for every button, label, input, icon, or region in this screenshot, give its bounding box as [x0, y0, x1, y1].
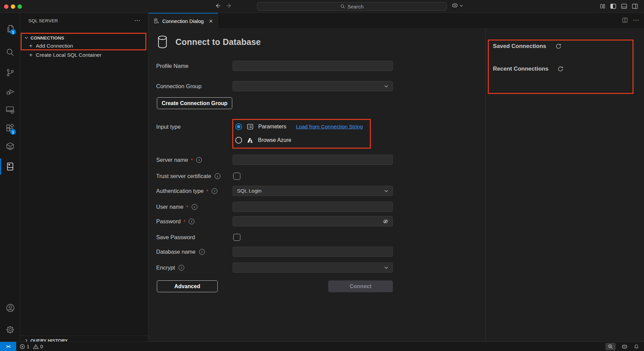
database-name-input[interactable] [233, 247, 393, 257]
tab-close-icon[interactable]: ✕ [209, 18, 213, 24]
search-icon [340, 4, 345, 9]
authentication-type-label: Authentication type* i [156, 186, 231, 196]
server-name-label: Server name* i [156, 155, 231, 165]
remote-explorer-icon[interactable] [0, 101, 20, 118]
forward-arrow-icon[interactable] [226, 2, 233, 9]
info-icon[interactable]: i [199, 249, 205, 255]
connections-side-panel: Saved Connections Recent Connections [485, 29, 644, 342]
connection-dialog-webview: Connect to Database Profile Name Connect… [148, 29, 644, 342]
database-name-label: Database name i [156, 247, 231, 257]
search-placeholder: Search [348, 4, 364, 9]
remote-icon: >< [6, 344, 10, 349]
sql-server-view-icon[interactable] [0, 158, 20, 175]
chevron-down-icon [384, 84, 388, 89]
split-editor-icon[interactable] [622, 17, 628, 23]
connection-group-label: Connection Group [156, 81, 231, 91]
info-icon[interactable]: i [189, 219, 194, 224]
radio-selected[interactable] [235, 123, 242, 130]
create-connection-group-button[interactable]: Create Connection Group [157, 97, 232, 109]
toggle-panel-icon[interactable] [621, 3, 627, 9]
saved-connections-header: Saved Connections [493, 43, 562, 50]
source-control-icon[interactable] [0, 64, 20, 81]
copilot-status-icon[interactable] [621, 344, 628, 349]
input-type-browse-azure-option[interactable]: Browse Azure [235, 135, 291, 145]
parameters-form-icon [246, 123, 254, 130]
connect-button[interactable]: Connect [328, 280, 393, 292]
toggle-primary-sidebar-icon[interactable] [610, 3, 616, 9]
advanced-button[interactable]: Advanced [157, 280, 218, 292]
info-icon[interactable]: i [192, 204, 197, 210]
maximize-window-button[interactable] [18, 4, 22, 9]
notifications-bell-icon[interactable] [634, 344, 639, 350]
extensions-badge: 1 [10, 129, 16, 135]
create-local-sql-container-item[interactable]: + Create Local SQL Container [20, 51, 148, 59]
chevron-down-icon [24, 36, 28, 40]
info-icon[interactable]: i [215, 173, 220, 179]
encrypt-select[interactable] [233, 262, 393, 273]
dialog-title: Connect to Database [175, 37, 261, 47]
save-password-checkbox[interactable] [233, 234, 240, 241]
password-input[interactable] [233, 216, 393, 226]
warning-icon [33, 344, 39, 349]
search-input[interactable]: Search [257, 2, 447, 11]
editor-tab-bar: Connection Dialog ✕ ··· [148, 13, 644, 29]
plus-icon: + [29, 52, 32, 58]
refresh-icon[interactable] [555, 43, 562, 50]
title-bar: Search [0, 0, 644, 13]
extensions-icon[interactable]: 1 [0, 120, 20, 136]
info-icon[interactable]: i [178, 265, 184, 271]
refresh-icon[interactable] [557, 66, 564, 72]
tab-connection-dialog[interactable]: Connection Dialog ✕ [148, 13, 218, 29]
connections-section-header[interactable]: CONNECTIONS [20, 34, 148, 42]
minimize-window-button[interactable] [11, 4, 15, 9]
close-window-button[interactable] [4, 4, 8, 9]
copilot-icon [452, 3, 458, 8]
chevron-down-icon [384, 189, 388, 193]
copilot-menu-button[interactable] [452, 3, 463, 8]
database-icon [156, 35, 169, 49]
toggle-secondary-sidebar-icon[interactable] [632, 3, 638, 9]
containers-icon[interactable] [0, 138, 20, 155]
profile-name-input[interactable] [233, 61, 393, 71]
eye-off-icon[interactable] [382, 218, 389, 225]
accounts-icon[interactable] [0, 299, 20, 316]
zoom-indicator[interactable] [605, 343, 616, 350]
explorer-badge: 1 [10, 29, 16, 35]
run-and-debug-icon[interactable] [0, 83, 20, 100]
search-view-icon[interactable] [0, 44, 20, 61]
section-divider [20, 335, 148, 336]
azure-icon [246, 137, 254, 144]
customize-layout-icon[interactable] [600, 3, 605, 9]
profile-name-label: Profile Name [156, 61, 231, 71]
error-icon [20, 344, 25, 349]
sidebar-more-actions-icon[interactable]: ··· [135, 18, 141, 23]
info-icon[interactable]: i [212, 188, 217, 194]
user-name-input[interactable] [233, 202, 393, 212]
input-type-parameters-option[interactable]: Parameters Load from Connection String [235, 122, 363, 131]
connection-group-select[interactable] [233, 81, 393, 91]
trust-server-certificate-checkbox[interactable] [233, 173, 240, 180]
remote-indicator[interactable]: >< [0, 342, 16, 351]
input-type-label: Input type [156, 122, 231, 131]
load-from-connection-string-link[interactable]: Load from Connection String [296, 124, 363, 130]
tab-label: Connection Dialog [162, 18, 204, 24]
authentication-type-select[interactable]: SQL Login [233, 186, 393, 196]
sidebar-sql-server: SQL SERVER ··· CONNECTIONS + Add Connect… [20, 13, 148, 342]
add-connection-item[interactable]: + Add Connection [20, 42, 148, 50]
save-password-label: Save Password [156, 234, 231, 241]
problems-status[interactable]: 1 0 [20, 342, 43, 351]
explorer-icon[interactable]: 1 [0, 20, 20, 37]
radio-unselected[interactable] [235, 137, 242, 144]
encrypt-label: Encrypt i [156, 262, 231, 273]
warning-count: 0 [40, 344, 43, 349]
chevron-down-icon [459, 4, 463, 7]
sidebar-title: SQL SERVER [28, 18, 58, 23]
info-icon[interactable]: i [196, 157, 202, 163]
editor-more-actions-icon[interactable]: ··· [633, 17, 639, 23]
error-count: 1 [27, 344, 29, 349]
settings-gear-icon[interactable] [0, 321, 20, 338]
recent-connections-header: Recent Connections [493, 66, 564, 72]
server-name-input[interactable] [233, 155, 393, 165]
back-arrow-icon[interactable] [214, 2, 221, 9]
trust-server-certificate-label: Trust server certificate i [156, 173, 231, 180]
